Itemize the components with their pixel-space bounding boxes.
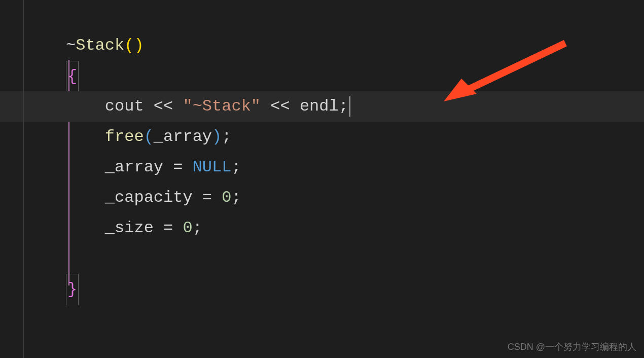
code-line-5[interactable]: _array = NULL;: [66, 152, 644, 183]
code-line-1[interactable]: ~Stack(): [66, 30, 644, 61]
open-brace: {: [67, 67, 77, 86]
text-cursor: [349, 96, 350, 117]
gutter-line: [23, 0, 24, 358]
endl-token: endl: [300, 97, 339, 116]
destructor-name: Stack: [76, 36, 124, 55]
code-editor[interactable]: ~Stack() { cout << "~Stack" << endl; fre…: [0, 0, 644, 358]
open-brace-box: {: [66, 61, 79, 92]
code-line-3[interactable]: cout << "~Stack" << endl;: [66, 91, 644, 122]
code-line-4[interactable]: free(_array);: [66, 122, 644, 152]
null-const: NULL: [193, 158, 232, 176]
watermark-text: CSDN @一个努力学习编程的人: [508, 341, 636, 353]
code-line-6[interactable]: _capacity = 0;: [66, 183, 644, 213]
code-line-2[interactable]: {: [66, 61, 644, 91]
close-brace-box: }: [66, 274, 79, 305]
code-line-8[interactable]: [66, 243, 644, 274]
cout-token: cout: [105, 97, 144, 116]
free-call: free: [105, 127, 144, 146]
code-line-7[interactable]: _size = 0;: [66, 213, 644, 243]
close-brace: }: [67, 280, 77, 299]
code-line-9[interactable]: }: [66, 274, 644, 304]
string-literal: "~Stack": [183, 97, 261, 116]
tilde-operator: ~: [66, 36, 76, 55]
parens: (): [124, 36, 144, 55]
